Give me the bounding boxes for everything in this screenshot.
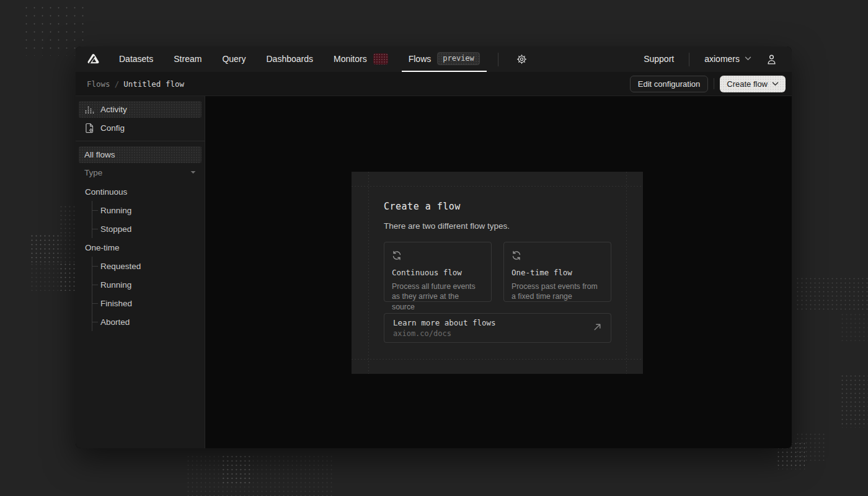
create-flow-card: Create a flow There are two different fl… (352, 172, 643, 374)
learn-more-text: Learn more about flows axiom.co/docs (393, 318, 496, 338)
breadcrumb-current-page: Untitled flow (123, 79, 184, 89)
flow-type-tree: Continuous Running Stopped One-time Requ… (79, 182, 202, 331)
one-time-flow-option[interactable]: One-time flow Process past events from a… (503, 242, 611, 302)
background-dot-pattern (840, 312, 868, 341)
card-subtitle: There are two different flow types. (384, 222, 611, 231)
background-dot-pattern (840, 374, 868, 428)
external-arrow-icon (593, 322, 602, 334)
tree-children-one-time: Requested Running Finished Aborted (92, 257, 202, 331)
card-guide-line (352, 359, 643, 360)
background-dot-pattern (795, 277, 868, 312)
nav-right-section: Support axiomers (644, 46, 777, 72)
card-guide-line (626, 172, 627, 374)
background-dot-pattern (221, 454, 250, 484)
breadcrumb-separator: / (115, 79, 120, 89)
flow-type-options: Continuous flow Process all future event… (384, 242, 611, 302)
background-dot-pattern (30, 262, 58, 291)
learn-more-link[interactable]: Learn more about flows axiom.co/docs (384, 313, 611, 343)
sidebar-item-config[interactable]: Config (79, 120, 202, 136)
preview-badge: preview (437, 52, 480, 65)
breadcrumb-flows-link[interactable]: Flows (87, 79, 110, 89)
app-body: Activity Config All flows (76, 96, 792, 448)
chevron-down-icon (772, 82, 779, 86)
nav-item-dashboards[interactable]: Dashboards (267, 46, 314, 72)
sidebar-item-all-flows[interactable]: All flows (79, 146, 202, 163)
nav-divider (689, 53, 689, 66)
card-title: Create a flow (384, 202, 611, 211)
support-link[interactable]: Support (644, 46, 674, 72)
create-flow-button[interactable]: Create flow (720, 76, 786, 92)
nav-item-flows[interactable]: Flows preview (402, 46, 487, 72)
learn-more-title: Learn more about flows (393, 318, 496, 327)
cycle-refresh-icon (392, 250, 484, 263)
background-dot-pattern (795, 432, 825, 461)
card-guide-line (368, 172, 369, 374)
breadcrumb-bar: Flows / Untitled flow Edit configuration… (76, 72, 792, 96)
type-filter-dropdown[interactable]: Type (79, 165, 202, 180)
activity-bars-icon (84, 105, 95, 115)
primary-nav: Datasets Stream Query Dashboards Monitor… (119, 46, 527, 72)
tree-item-one-time-aborted[interactable]: Aborted (92, 312, 202, 331)
sidebar: Activity Config All flows (76, 96, 205, 448)
tree-item-one-time-finished[interactable]: Finished (92, 294, 202, 312)
tree-item-one-time[interactable]: One-time (79, 238, 202, 257)
continuous-flow-option[interactable]: Continuous flow Process all future event… (384, 242, 492, 302)
create-flow-card-inner: Create a flow There are two different fl… (384, 202, 611, 343)
nav-item-stream[interactable]: Stream (174, 46, 202, 72)
org-switcher[interactable]: axiomers (704, 46, 751, 72)
main-content: Create a flow There are two different fl… (205, 96, 792, 448)
cycle-refresh-icon (512, 250, 603, 263)
edit-configuration-button[interactable]: Edit configuration (630, 76, 708, 92)
config-file-icon (84, 123, 95, 133)
actions-divider (714, 78, 714, 89)
learn-more-url: axiom.co/docs (393, 329, 496, 338)
nav-item-query[interactable]: Query (222, 46, 246, 72)
option-title: Continuous flow (392, 268, 484, 277)
axiom-logo-icon[interactable] (87, 46, 100, 72)
background-dot-pattern (30, 234, 59, 262)
app-window: Datasets Stream Query Dashboards Monitor… (76, 46, 792, 448)
chevron-down-icon (745, 56, 751, 61)
nav-item-monitors[interactable]: Monitors (334, 46, 388, 72)
desktop-background: Datasets Stream Query Dashboards Monitor… (0, 0, 868, 496)
option-description: Process all future events as they arrive… (392, 281, 484, 312)
dropdown-triangle-icon (190, 170, 196, 174)
tree-item-continuous-stopped[interactable]: Stopped (92, 219, 202, 238)
sidebar-divider (76, 141, 205, 141)
option-description: Process past events from a fixed time ra… (512, 281, 603, 302)
tree-children-continuous: Running Stopped (92, 201, 202, 238)
breadcrumb: Flows / Untitled flow (87, 79, 184, 89)
card-guide-line (352, 186, 643, 187)
nav-item-datasets[interactable]: Datasets (119, 46, 153, 72)
settings-gear-icon[interactable] (516, 46, 527, 72)
sidebar-item-activity[interactable]: Activity (79, 101, 202, 118)
nav-divider (498, 53, 498, 66)
page-actions: Edit configuration Create flow (630, 76, 786, 92)
monitors-alert-badge (373, 53, 388, 64)
option-title: One-time flow (512, 268, 603, 277)
tree-item-one-time-running[interactable]: Running (92, 275, 202, 294)
tree-item-continuous-running[interactable]: Running (92, 201, 202, 219)
tree-item-one-time-requested[interactable]: Requested (92, 257, 202, 275)
top-navigation: Datasets Stream Query Dashboards Monitor… (76, 46, 792, 72)
background-dot-pattern (186, 454, 335, 496)
tree-item-continuous[interactable]: Continuous (79, 182, 202, 201)
user-avatar-icon[interactable] (766, 46, 777, 72)
